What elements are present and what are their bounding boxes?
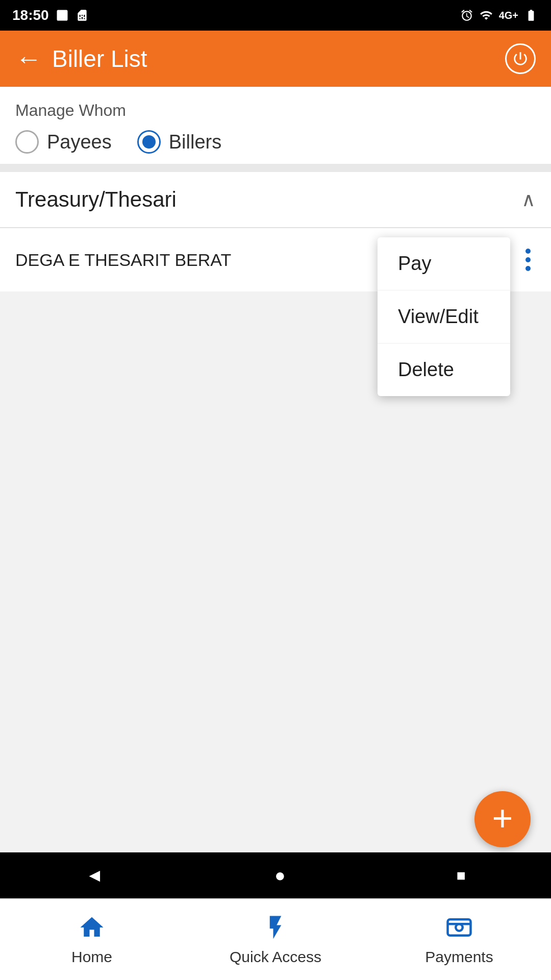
biller-item-row: DEGA E THESARIT BERAT Pay View/Edit Dele… xyxy=(0,228,551,291)
nav-quick-access[interactable]: Quick Access xyxy=(184,914,367,966)
radio-group: Payees Billers xyxy=(15,130,536,154)
power-button[interactable] xyxy=(505,43,536,74)
android-home-button[interactable]: ● xyxy=(274,865,286,886)
context-menu: Pay View/Edit Delete xyxy=(378,237,510,396)
biller-name: DEGA E THESARIT BERAT xyxy=(15,250,231,270)
manage-whom-label: Manage Whom xyxy=(15,101,536,120)
sim-icon xyxy=(76,9,89,22)
bottom-nav: Home Quick Access Payments xyxy=(0,898,551,980)
page-title: Biller List xyxy=(52,45,505,72)
billers-radio-inner xyxy=(142,135,156,149)
status-bar: 18:50 4G+ xyxy=(0,0,551,31)
signal-icon xyxy=(479,9,494,22)
payees-label: Payees xyxy=(47,131,112,153)
main-content: Manage Whom Payees Billers Treasury/Thes… xyxy=(0,87,551,852)
add-biller-fab[interactable]: + xyxy=(474,791,531,847)
alarm-icon xyxy=(460,9,473,22)
dot-1 xyxy=(525,249,531,254)
svg-rect-0 xyxy=(448,919,471,936)
back-button[interactable]: ← xyxy=(15,45,42,72)
4g-badge: 4G+ xyxy=(499,10,518,21)
chevron-up-icon: ∧ xyxy=(521,188,536,211)
menu-view-edit[interactable]: View/Edit xyxy=(378,290,510,343)
billers-radio-outer xyxy=(137,130,161,154)
radio-billers[interactable]: Billers xyxy=(137,130,221,154)
treasury-header[interactable]: Treasury/Thesari ∧ xyxy=(0,172,551,227)
nav-quick-access-label: Quick Access xyxy=(230,948,321,966)
nav-payments-label: Payments xyxy=(425,948,493,966)
photo-icon xyxy=(55,8,69,22)
nav-home[interactable]: Home xyxy=(0,914,184,966)
manage-whom-section: Manage Whom Payees Billers xyxy=(0,87,551,164)
lightning-icon xyxy=(262,914,289,943)
menu-delete[interactable]: Delete xyxy=(378,343,510,396)
section-divider xyxy=(0,164,551,172)
battery-icon xyxy=(523,9,539,22)
fab-plus-icon: + xyxy=(492,800,513,836)
payments-icon xyxy=(445,914,473,943)
android-back-button[interactable]: ◄ xyxy=(85,865,104,886)
treasury-title: Treasury/Thesari xyxy=(15,187,177,212)
dot-3 xyxy=(525,266,531,271)
home-icon xyxy=(78,914,106,943)
billers-label: Billers xyxy=(169,131,221,153)
nav-home-label: Home xyxy=(71,948,112,966)
app-bar: ← Biller List xyxy=(0,31,551,87)
nav-payments[interactable]: Payments xyxy=(367,914,551,966)
android-nav-bar: ◄ ● ■ xyxy=(0,852,551,898)
payees-radio-outer xyxy=(15,130,39,154)
dot-2 xyxy=(525,257,531,262)
radio-payees[interactable]: Payees xyxy=(15,130,112,154)
android-recent-button[interactable]: ■ xyxy=(456,867,465,884)
power-icon xyxy=(512,50,529,67)
more-options-button[interactable] xyxy=(520,247,536,273)
menu-pay[interactable]: Pay xyxy=(378,237,510,290)
status-time: 18:50 xyxy=(12,7,49,23)
